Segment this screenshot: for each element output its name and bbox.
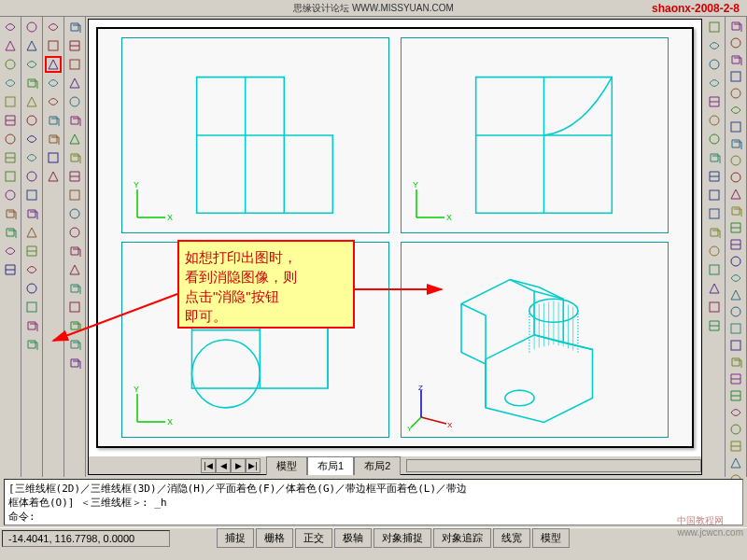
render-flat-button[interactable] <box>23 317 40 334</box>
stretch-button[interactable] <box>706 168 723 185</box>
tab-nav-last[interactable]: ▶| <box>246 458 261 473</box>
fillet2-button[interactable] <box>706 299 723 315</box>
extend-button[interactable] <box>706 205 723 222</box>
status-toggle-3[interactable]: 极轴 <box>334 528 372 548</box>
id-button[interactable] <box>727 86 744 101</box>
tolerance-button[interactable] <box>727 388 744 403</box>
torus-button[interactable] <box>2 112 19 129</box>
leader-button[interactable] <box>727 371 744 386</box>
mirror-button[interactable] <box>706 56 723 73</box>
subtract-button[interactable] <box>23 37 40 54</box>
offset-button[interactable] <box>706 75 723 91</box>
line-button[interactable] <box>66 19 83 35</box>
area-button[interactable] <box>727 35 744 50</box>
separate-button[interactable] <box>23 280 40 297</box>
check-button[interactable] <box>23 299 40 315</box>
chamfer-button[interactable] <box>23 187 40 203</box>
tab-nav-next[interactable]: ▶ <box>231 458 246 473</box>
hidden-button[interactable] <box>45 56 62 73</box>
tab-nav-prev[interactable]: ◀ <box>216 458 231 473</box>
dim-edit-button[interactable] <box>727 422 744 437</box>
conceptual-button[interactable] <box>45 168 62 185</box>
dist-button[interactable] <box>727 19 744 34</box>
wireframe-3d-button[interactable] <box>45 37 62 54</box>
sphere-button[interactable] <box>2 75 19 91</box>
ellipse-arc-button[interactable] <box>66 205 83 222</box>
dim-tedit-button[interactable] <box>727 439 744 454</box>
wedge-button[interactable] <box>2 37 19 54</box>
3d-mirror-button[interactable] <box>23 131 40 147</box>
revolve-button[interactable] <box>2 149 19 166</box>
move-button[interactable] <box>706 112 723 129</box>
dim-radius-button[interactable] <box>727 271 744 286</box>
scale-button[interactable] <box>706 149 723 166</box>
tab-layout2[interactable]: 布局2 <box>354 456 401 475</box>
chamfer2-button[interactable] <box>706 280 723 297</box>
union-button[interactable] <box>23 19 40 35</box>
viewport-top-right[interactable]: X Y <box>401 37 668 233</box>
clean-button[interactable] <box>23 261 40 278</box>
center-button[interactable] <box>727 405 744 420</box>
setup-view-button[interactable] <box>2 243 19 259</box>
array-button[interactable] <box>706 93 723 110</box>
ellipse-button[interactable] <box>66 187 83 203</box>
region-button[interactable] <box>23 93 40 110</box>
dim-baseline-button[interactable] <box>727 338 744 353</box>
dim-arc-button[interactable] <box>727 237 744 252</box>
audit-button[interactable] <box>727 170 744 185</box>
break-button[interactable] <box>706 243 723 259</box>
command-window[interactable]: [三维线框(2D)／三维线框(3D)／消隐(H)／平面着色(F)／体着色(G)／… <box>4 479 743 525</box>
dim-ordinate-button[interactable] <box>727 254 744 269</box>
circle-button[interactable] <box>66 131 83 147</box>
dim-diameter-button[interactable] <box>727 287 744 302</box>
new-block-button[interactable] <box>23 75 40 91</box>
dim-quick-button[interactable] <box>727 321 744 336</box>
mtext-button[interactable] <box>66 355 83 371</box>
list-button[interactable] <box>727 69 744 84</box>
viewport-top-left[interactable]: X Y <box>121 37 388 233</box>
status-toggle-1[interactable]: 栅格 <box>256 528 293 548</box>
status2-button[interactable] <box>727 119 744 134</box>
cone-button[interactable] <box>2 56 19 73</box>
interfere-button[interactable] <box>2 205 19 222</box>
dim-continue-button[interactable] <box>727 355 744 370</box>
polyline-button[interactable] <box>66 56 83 73</box>
extrude-button[interactable] <box>2 131 19 147</box>
make-block-button[interactable] <box>66 243 83 259</box>
break-pt-button[interactable] <box>706 224 723 241</box>
polygon-button[interactable] <box>66 75 83 91</box>
explode-button[interactable] <box>706 317 723 334</box>
tab-layout1[interactable]: 布局1 <box>307 456 354 475</box>
flat-edges-button[interactable] <box>45 112 62 129</box>
paper-space[interactable]: X Y X Y <box>96 27 694 448</box>
dim-linear-button[interactable] <box>727 203 744 218</box>
gouraud-shaded-button[interactable] <box>45 93 62 110</box>
copy-button[interactable] <box>706 37 723 54</box>
status-toggle-2[interactable]: 正交 <box>295 528 332 548</box>
fillet-button[interactable] <box>23 205 40 222</box>
status-toggle-0[interactable]: 捕捉 <box>217 528 254 548</box>
slice-button[interactable] <box>2 168 19 185</box>
arc-button[interactable] <box>66 112 83 129</box>
erase-button[interactable] <box>706 19 723 35</box>
dim-style-button[interactable] <box>727 455 744 470</box>
align-button[interactable] <box>23 168 40 185</box>
status-toggle-7[interactable]: 模型 <box>532 528 570 548</box>
join-button[interactable] <box>706 261 723 278</box>
purge-button[interactable] <box>727 153 744 168</box>
insert-button[interactable] <box>66 224 83 241</box>
box-button[interactable] <box>2 19 19 35</box>
realistic-button[interactable] <box>45 149 62 166</box>
imprint-button[interactable] <box>23 243 40 259</box>
3d-array-button[interactable] <box>23 112 40 129</box>
revcloud-button[interactable] <box>66 149 83 166</box>
trim-button[interactable] <box>706 187 723 203</box>
rectangle-button[interactable] <box>66 93 83 110</box>
coordinates-display[interactable]: -14.4041, 116.7798, 0.0000 <box>2 530 170 547</box>
gouraud-edges-button[interactable] <box>45 131 62 147</box>
construction-button[interactable] <box>66 37 83 54</box>
set-var-button[interactable] <box>727 136 744 151</box>
viewport-bottom-right[interactable]: X Y Z <box>401 242 668 438</box>
setup-profile-button[interactable] <box>2 261 19 278</box>
horizontal-scrollbar[interactable] <box>406 459 701 472</box>
